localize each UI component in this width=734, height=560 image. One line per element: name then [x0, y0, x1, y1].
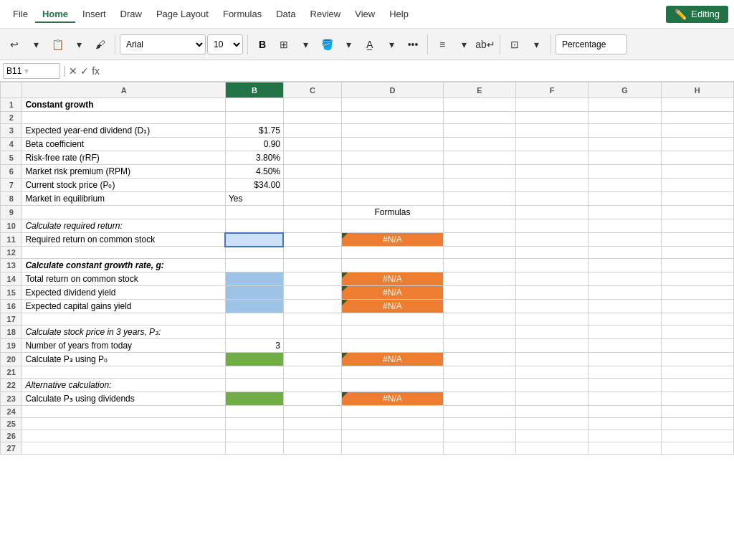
cell-b4[interactable]: 0.90 — [225, 138, 283, 151]
cancel-icon[interactable]: ✕ — [69, 65, 77, 77]
font-size-select[interactable]: 10 — [207, 34, 243, 54]
cell-f26[interactable] — [516, 430, 588, 442]
cell-g22[interactable] — [588, 379, 661, 392]
cell-h4[interactable] — [661, 138, 733, 151]
fill-dropdown[interactable]: ▾ — [338, 34, 358, 54]
cell-f11[interactable] — [516, 233, 588, 247]
cell-h13[interactable] — [661, 259, 733, 272]
clipboard-button[interactable]: 📋 — [47, 34, 67, 54]
cell-c8[interactable] — [283, 192, 341, 206]
cell-d11[interactable]: #N/A — [342, 233, 444, 247]
cell-b21[interactable] — [225, 366, 283, 379]
cell-f5[interactable] — [516, 151, 588, 165]
cell-a16[interactable]: Expected capital gains yield — [22, 300, 226, 313]
cell-f13[interactable] — [516, 259, 588, 272]
cell-g14[interactable] — [588, 272, 661, 286]
cell-e11[interactable] — [443, 233, 515, 247]
cell-ref-dropdown[interactable]: ▾ — [24, 66, 29, 76]
cell-g25[interactable] — [588, 418, 661, 430]
cell-d22[interactable] — [342, 379, 444, 392]
cell-b20[interactable] — [225, 353, 283, 366]
cell-c25[interactable] — [283, 418, 341, 430]
cell-c7[interactable] — [283, 179, 341, 192]
cell-e19[interactable] — [443, 339, 515, 353]
cell-a4[interactable]: Beta coefficient — [22, 138, 226, 151]
cell-d7[interactable] — [342, 179, 444, 192]
cell-f7[interactable] — [516, 179, 588, 192]
cell-d5[interactable] — [342, 151, 444, 165]
cell-c17[interactable] — [283, 313, 341, 326]
cell-h12[interactable] — [661, 247, 733, 259]
cell-e25[interactable] — [443, 418, 515, 430]
cell-d26[interactable] — [342, 430, 444, 442]
cell-e15[interactable] — [443, 286, 515, 300]
col-header-d[interactable]: D — [342, 82, 444, 98]
cell-e17[interactable] — [443, 313, 515, 326]
cell-c15[interactable] — [283, 286, 341, 300]
cell-b22[interactable] — [225, 379, 283, 392]
cell-g18[interactable] — [588, 326, 661, 339]
cell-c4[interactable] — [283, 138, 341, 151]
cell-c11[interactable] — [283, 233, 341, 247]
cell-g17[interactable] — [588, 313, 661, 326]
font-name-select[interactable]: Arial — [120, 34, 206, 54]
cell-d12[interactable] — [342, 247, 444, 259]
undo-dropdown[interactable]: ▾ — [26, 34, 46, 54]
align-dropdown[interactable]: ▾ — [454, 34, 474, 54]
cell-f4[interactable] — [516, 138, 588, 151]
col-header-f[interactable]: F — [516, 82, 588, 98]
col-header-g[interactable]: G — [588, 82, 661, 98]
cell-f15[interactable] — [516, 286, 588, 300]
cell-d6[interactable] — [342, 165, 444, 179]
cell-c19[interactable] — [283, 339, 341, 353]
cell-e3[interactable] — [443, 124, 515, 138]
cell-d25[interactable] — [342, 418, 444, 430]
format-painter-button[interactable]: 🖌 — [90, 34, 110, 54]
cell-a10[interactable]: Calculate required return: — [22, 219, 226, 233]
cell-c3[interactable] — [283, 124, 341, 138]
cell-a7[interactable]: Current stock price (P₀) — [22, 179, 226, 192]
cell-g2[interactable] — [588, 112, 661, 124]
bold-button[interactable]: B — [252, 34, 272, 54]
cell-d14[interactable]: #N/A — [342, 272, 444, 286]
cell-f21[interactable] — [516, 366, 588, 379]
cell-h10[interactable] — [661, 219, 733, 233]
cell-f8[interactable] — [516, 192, 588, 206]
cell-h16[interactable] — [661, 300, 733, 313]
menu-data[interactable]: Data — [269, 6, 302, 22]
cell-c12[interactable] — [283, 247, 341, 259]
undo-button[interactable]: ↩ — [4, 34, 24, 54]
cell-g7[interactable] — [588, 179, 661, 192]
cell-a27[interactable] — [22, 442, 226, 455]
cell-a24[interactable] — [22, 406, 226, 418]
cell-a26[interactable] — [22, 430, 226, 442]
cell-b14[interactable] — [225, 272, 283, 286]
cell-b11[interactable] — [225, 233, 283, 247]
cell-c26[interactable] — [283, 430, 341, 442]
cell-b18[interactable] — [225, 326, 283, 339]
cell-g23[interactable] — [588, 392, 661, 406]
cell-c24[interactable] — [283, 406, 341, 418]
cell-h17[interactable] — [661, 313, 733, 326]
cell-h14[interactable] — [661, 272, 733, 286]
cell-e9[interactable] — [443, 206, 515, 219]
cell-h8[interactable] — [661, 192, 733, 206]
cell-h23[interactable] — [661, 392, 733, 406]
align-button[interactable]: ≡ — [432, 34, 452, 54]
cell-b23[interactable] — [225, 392, 283, 406]
cell-g11[interactable] — [588, 233, 661, 247]
borders-button[interactable]: ⊞ — [274, 34, 294, 54]
cell-b8[interactable]: Yes — [225, 192, 283, 206]
cell-h27[interactable] — [661, 442, 733, 455]
menu-insert[interactable]: Insert — [75, 6, 113, 22]
col-header-h[interactable]: H — [661, 82, 733, 98]
cell-a3[interactable]: Expected year-end dividend (D₁) — [22, 124, 226, 138]
cell-d19[interactable] — [342, 339, 444, 353]
cell-g6[interactable] — [588, 165, 661, 179]
cell-d4[interactable] — [342, 138, 444, 151]
cell-h15[interactable] — [661, 286, 733, 300]
cell-e18[interactable] — [443, 326, 515, 339]
cell-b12[interactable] — [225, 247, 283, 259]
cell-d20[interactable]: #N/A — [342, 353, 444, 366]
cell-b1[interactable] — [225, 98, 283, 112]
